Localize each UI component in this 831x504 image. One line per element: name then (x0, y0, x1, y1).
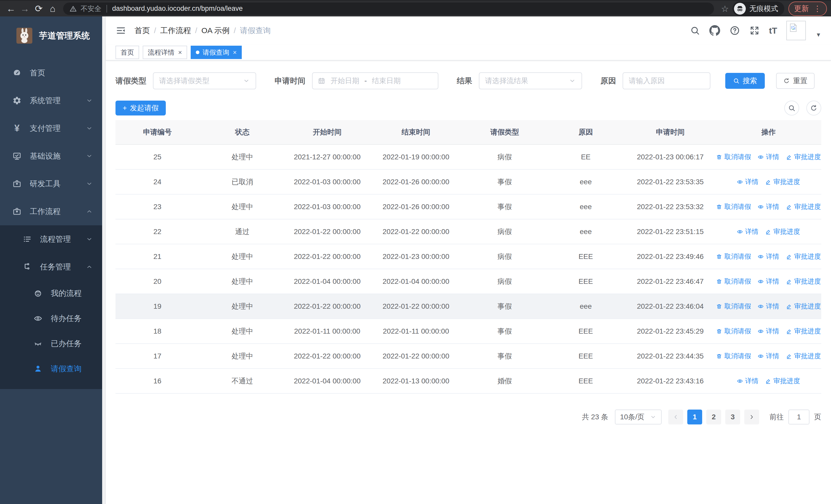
action-label: 详情 (766, 152, 779, 161)
tab-流程详情[interactable]: 流程详情× (143, 46, 187, 59)
detail-action-link[interactable]: 详情 (757, 352, 779, 360)
detail-action-link[interactable]: 详情 (737, 377, 758, 385)
detail-action-link[interactable]: 详情 (757, 327, 779, 336)
sidebar-item-基础设施[interactable]: 基础设施 (0, 142, 102, 170)
sidebar-item-label: 首页 (30, 68, 93, 78)
progress-action-link[interactable]: 审批进度 (786, 327, 821, 336)
cancel-action-link[interactable]: 取消请假 (716, 277, 751, 286)
browser-update-button[interactable]: 更新 ⋮ (789, 2, 827, 16)
cell-type: 病假 (463, 219, 547, 244)
progress-action-link[interactable]: 审批进度 (786, 152, 821, 161)
close-icon[interactable]: × (178, 49, 182, 56)
browser-forward-button[interactable]: → (18, 2, 32, 16)
breadcrumb-item[interactable]: OA 示例 (201, 25, 230, 36)
detail-action-link[interactable]: 详情 (757, 202, 779, 211)
chevron-down-icon[interactable]: ▼ (815, 32, 821, 38)
action-label: 审批进度 (794, 252, 821, 261)
page-button-1[interactable]: 1 (687, 410, 702, 424)
sidebar-item-已办任务[interactable]: 已办任务 (0, 331, 102, 356)
sidebar-item-工作流程[interactable]: 工作流程 (0, 198, 102, 225)
column-header: 原因 (547, 120, 625, 145)
goto-page-input[interactable]: 1 (789, 410, 809, 424)
progress-action-link[interactable]: 审批进度 (765, 177, 800, 186)
detail-action-link[interactable]: 详情 (737, 177, 758, 186)
fullscreen-icon[interactable] (749, 25, 760, 36)
sidebar-item-请假查询[interactable]: 请假查询 (0, 356, 102, 381)
sidebar-item-研发工具[interactable]: 研发工具 (0, 170, 102, 198)
browser-home-button[interactable]: ⌂ (46, 2, 60, 16)
progress-action-link[interactable]: 审批进度 (786, 302, 821, 311)
sidebar-item-label: 待办任务 (51, 313, 93, 324)
search-icon[interactable] (690, 25, 700, 36)
progress-action-link[interactable]: 审批进度 (786, 352, 821, 360)
sidebar-item-流程管理[interactable]: 流程管理 (0, 225, 102, 253)
logo-row[interactable]: 芋道管理系统 (0, 17, 102, 55)
page-size-select[interactable]: 10条/页 (615, 410, 662, 424)
close-icon[interactable]: × (233, 49, 237, 56)
sidebar-fold-icon[interactable] (115, 25, 126, 36)
next-page-button[interactable] (744, 410, 759, 424)
detail-action-link[interactable]: 详情 (757, 152, 779, 161)
cancel-action-link[interactable]: 取消请假 (716, 152, 751, 161)
progress-action-link[interactable]: 审批进度 (786, 202, 821, 211)
refresh-table-button[interactable] (806, 100, 821, 116)
table-row: 25处理中2021-12-27 00:00:002022-01-19 00:00… (115, 145, 821, 169)
chevron-up-icon (86, 263, 93, 270)
prev-page-button[interactable] (668, 410, 683, 424)
breadcrumb-item[interactable]: 首页 (135, 25, 150, 36)
page-button-3[interactable]: 3 (725, 410, 740, 424)
browser-back-button[interactable]: ← (4, 2, 18, 16)
cancel-action-link[interactable]: 取消请假 (716, 352, 751, 360)
reset-button-label: 重置 (793, 76, 807, 86)
cell-actions: 取消请假详情审批进度 (716, 319, 821, 344)
progress-action-link[interactable]: 审批进度 (786, 277, 821, 286)
browser-reload-button[interactable]: ⟳ (32, 2, 46, 16)
avatar[interactable] (786, 21, 806, 40)
detail-action-link[interactable]: 详情 (737, 227, 758, 236)
cell-end: 2022-01-19 00:00:00 (369, 145, 463, 169)
sidebar-item-系统管理[interactable]: 系统管理 (0, 87, 102, 114)
bookmark-star-icon[interactable]: ☆ (721, 4, 729, 14)
sidebar-item-待办任务[interactable]: 待办任务 (0, 306, 102, 331)
leave-type-placeholder: 请选择请假类型 (159, 76, 209, 86)
detail-action-link[interactable]: 详情 (757, 302, 779, 311)
detail-action-link[interactable]: 详情 (757, 277, 779, 286)
font-size-icon[interactable]: tT (769, 26, 777, 36)
robot-icon (32, 289, 44, 298)
apply-time-range-picker[interactable]: 开始日期 - 结束日期 (312, 72, 438, 89)
tab-首页[interactable]: 首页 (115, 46, 139, 59)
sidebar-item-任务管理[interactable]: 任务管理 (0, 253, 102, 281)
progress-action-link[interactable]: 审批进度 (765, 377, 800, 385)
hide-search-button[interactable] (784, 100, 799, 116)
tab-请假查询[interactable]: 请假查询× (191, 46, 242, 59)
browser-menu-icon[interactable]: ⋮ (813, 4, 821, 13)
cancel-action-link[interactable]: 取消请假 (716, 302, 751, 311)
detail-action-link[interactable]: 详情 (757, 252, 779, 261)
cell-type: 病假 (463, 145, 547, 169)
sidebar-item-我的流程[interactable]: 我的流程 (0, 281, 102, 306)
search-button[interactable]: 搜索 (725, 73, 765, 89)
help-icon[interactable] (729, 25, 740, 36)
sidebar-item-label: 系统管理 (30, 95, 86, 106)
result-select[interactable]: 请选择流结果 (479, 72, 582, 89)
page-button-2[interactable]: 2 (706, 410, 721, 424)
sidebar-scrollbar[interactable] (102, 17, 106, 504)
leave-type-select[interactable]: 请选择请假类型 (153, 72, 256, 89)
github-icon[interactable] (709, 25, 720, 36)
cancel-action-link[interactable]: 取消请假 (716, 202, 751, 211)
create-leave-button[interactable]: + 发起请假 (115, 100, 166, 116)
reset-button[interactable]: 重置 (776, 73, 814, 89)
sidebar-item-首页[interactable]: 首页 (0, 59, 102, 87)
action-label: 取消请假 (724, 327, 751, 336)
sidebar-item-label: 支付管理 (30, 123, 86, 134)
address-bar[interactable]: 不安全 dashboard.yudao.iocoder.cn/bpm/oa/le… (63, 3, 714, 15)
cancel-action-link[interactable]: 取消请假 (716, 327, 751, 336)
sidebar-item-支付管理[interactable]: ¥支付管理 (0, 114, 102, 142)
edit-icon (765, 179, 771, 185)
reason-input[interactable]: 请输入原因 (623, 72, 710, 89)
progress-action-link[interactable]: 审批进度 (786, 252, 821, 261)
progress-action-link[interactable]: 审批进度 (765, 227, 800, 236)
breadcrumb-item[interactable]: 工作流程 (160, 25, 191, 36)
page-content: 请假类型 请选择请假类型 申请时间 开始日期 - 结束日期 结果 请选择流结果 (106, 61, 831, 504)
cancel-action-link[interactable]: 取消请假 (716, 252, 751, 261)
